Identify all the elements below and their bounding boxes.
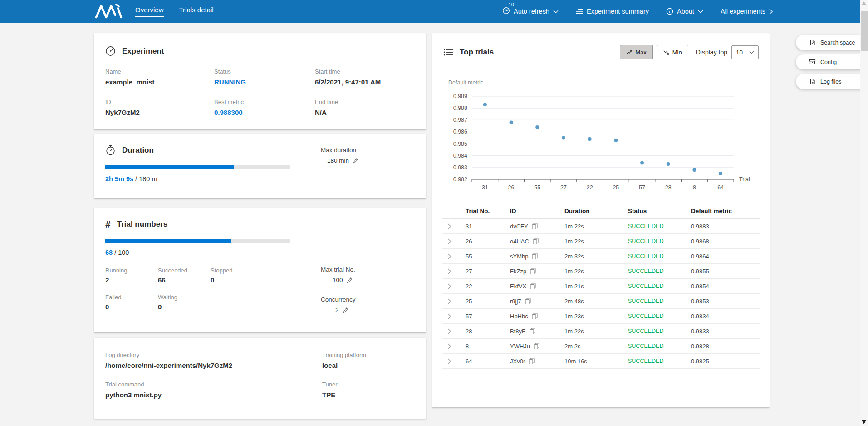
row-expand-chevron[interactable] — [442, 268, 456, 274]
top-trials-table: Trial No. ID Duration Status Default met… — [442, 203, 760, 369]
concurrency-value: 2 — [335, 307, 339, 313]
row-expand-chevron[interactable] — [442, 238, 456, 244]
nni-logo[interactable] — [94, 3, 123, 20]
default-metric-chart: Default metric0.9890.9880.9870.9860.9850… — [441, 73, 763, 196]
metric-scatter-point[interactable] — [562, 136, 565, 140]
copy-icon[interactable] — [530, 268, 536, 274]
trial-duration-cell: 2m 32s — [555, 253, 619, 260]
tab-trials-detail[interactable]: Trials detail — [179, 6, 214, 17]
copy-icon[interactable] — [533, 238, 539, 244]
max-trial-editor: Max trial No. 100 — [321, 266, 355, 283]
nav-right: 10 Auto refresh Experiment summary — [502, 7, 773, 16]
tab-overview[interactable]: Overview — [135, 6, 164, 17]
y-axis-tick-label: 0.985 — [453, 141, 467, 147]
row-expand-chevron[interactable] — [442, 343, 456, 349]
copy-icon[interactable] — [530, 283, 536, 289]
edit-pencil-icon[interactable] — [342, 307, 348, 313]
trials-progress-fill — [105, 239, 231, 243]
max-button[interactable]: Max — [620, 45, 653, 59]
copy-icon[interactable] — [529, 358, 535, 364]
metric-scatter-point[interactable] — [535, 125, 539, 129]
stopwatch-icon — [105, 145, 116, 155]
log-files-button[interactable]: Log files — [796, 74, 868, 89]
row-expand-chevron[interactable] — [442, 283, 456, 289]
search-space-button[interactable]: Search space — [796, 35, 868, 50]
row-expand-chevron[interactable] — [442, 358, 456, 364]
status-badge: RUNNING — [214, 78, 315, 86]
table-row[interactable]: 22EkfVX1m 21sSUCCEEDED0.9854 — [442, 279, 760, 294]
trial-status-cell: SUCCEEDED — [619, 268, 682, 274]
trial-duration-cell: 2m 48s — [555, 298, 619, 305]
metric-scatter-point[interactable] — [719, 172, 722, 175]
trial-duration-cell: 1m 22s — [555, 268, 619, 275]
list-icon — [576, 8, 583, 15]
table-row[interactable]: 28Bt8yE1m 22sSUCCEEDED0.9833 — [442, 324, 760, 339]
y-axis-tick-label: 0.989 — [453, 93, 467, 99]
trial-duration-cell: 1m 23s — [555, 313, 619, 320]
metric-scatter-point[interactable] — [667, 162, 670, 166]
experiment-fields: Name example_mnist Status RUNNING Start … — [105, 68, 415, 116]
metric-scatter-point[interactable] — [614, 139, 618, 142]
clock-icon — [502, 7, 510, 15]
trial-metric-cell: 0.9825 — [682, 358, 760, 365]
table-row[interactable]: 55sYMbp2m 32sSUCCEEDED0.9864 — [442, 249, 760, 264]
table-row[interactable]: 31dvCFY1m 22sSUCCEEDED0.9883 — [442, 219, 760, 234]
header-duration: Duration — [555, 208, 619, 214]
nni-overview-page: Overview Trials detail 10 Auto refresh — [0, 0, 868, 426]
trial-id-cell: FkZzp — [501, 268, 555, 275]
field-name: Name example_mnist — [105, 68, 214, 86]
trial-metric-cell: 0.9854 — [682, 283, 760, 290]
edit-pencil-icon[interactable] — [352, 158, 358, 164]
auto-refresh-control[interactable]: 10 Auto refresh — [502, 7, 559, 16]
copy-icon[interactable] — [532, 223, 538, 229]
table-row[interactable]: 64JXv0r10m 16sSUCCEEDED0.9825 — [442, 354, 760, 369]
metric-scatter-point[interactable] — [510, 121, 513, 124]
config-info-card: Log directory /home/core/nni-experiments… — [94, 338, 426, 419]
scrollbar-up-arrow-icon[interactable] — [862, 1, 866, 5]
min-button[interactable]: Min — [657, 45, 688, 59]
row-expand-chevron[interactable] — [442, 223, 456, 229]
max-duration-editor: Max duration 180 min — [321, 147, 358, 164]
metric-scatter-point[interactable] — [588, 137, 592, 141]
header-id: ID — [501, 208, 555, 214]
metric-scatter-point[interactable] — [483, 103, 487, 106]
table-row[interactable]: 26o4UAC1m 22sSUCCEEDED0.9868 — [442, 234, 760, 249]
row-expand-chevron[interactable] — [442, 313, 456, 319]
trend-down-icon — [663, 50, 669, 55]
scrollbar-down-arrow-icon[interactable] — [862, 420, 866, 424]
experiment-summary-label: Experiment summary — [587, 8, 649, 15]
trial-duration-cell: 1m 21s — [555, 283, 619, 290]
all-experiments-link[interactable]: All experiments — [721, 8, 773, 15]
about-menu[interactable]: About — [666, 8, 703, 15]
copy-icon[interactable] — [534, 343, 539, 349]
scrollbar-thumb[interactable] — [861, 11, 868, 51]
metric-scatter-point[interactable] — [692, 168, 696, 172]
experiment-summary-button[interactable]: Experiment summary — [576, 8, 649, 15]
display-top-select[interactable]: 10 — [731, 45, 759, 59]
edit-pencil-icon[interactable] — [346, 277, 353, 283]
row-expand-chevron[interactable] — [442, 298, 456, 304]
copy-icon[interactable] — [525, 298, 531, 304]
stat-failed: Failed 0 — [105, 294, 158, 311]
top-trials-header: Top trials Max Min Display — [432, 33, 770, 59]
copy-icon[interactable] — [532, 253, 538, 259]
table-row[interactable]: 57HpHbc1m 23sSUCCEEDED0.9834 — [442, 309, 760, 324]
trial-no-cell: 64 — [456, 358, 501, 365]
row-expand-chevron[interactable] — [442, 328, 456, 334]
config-button[interactable]: Config — [796, 54, 868, 69]
page-scrollbar[interactable] — [860, 0, 868, 426]
row-expand-chevron[interactable] — [442, 253, 456, 259]
trend-up-icon — [626, 50, 632, 55]
trial-status-cell: SUCCEEDED — [619, 313, 682, 319]
table-row[interactable]: 25r9jj72m 48sSUCCEEDED0.9853 — [442, 294, 760, 309]
copy-icon[interactable] — [530, 328, 535, 334]
table-row[interactable]: 8YWHJu2m 2sSUCCEEDED0.9828 — [442, 339, 760, 354]
trial-status-cell: SUCCEEDED — [619, 328, 682, 334]
copy-icon[interactable] — [532, 313, 538, 319]
table-row[interactable]: 27FkZzp1m 22sSUCCEEDED0.9855 — [442, 264, 760, 279]
display-top-label: Display top — [696, 49, 727, 56]
y-axis-tick-label: 0.984 — [453, 153, 467, 159]
metric-scatter-point[interactable] — [640, 161, 644, 164]
field-status: Status RUNNING — [214, 68, 315, 86]
trial-no-cell: 26 — [456, 238, 501, 245]
